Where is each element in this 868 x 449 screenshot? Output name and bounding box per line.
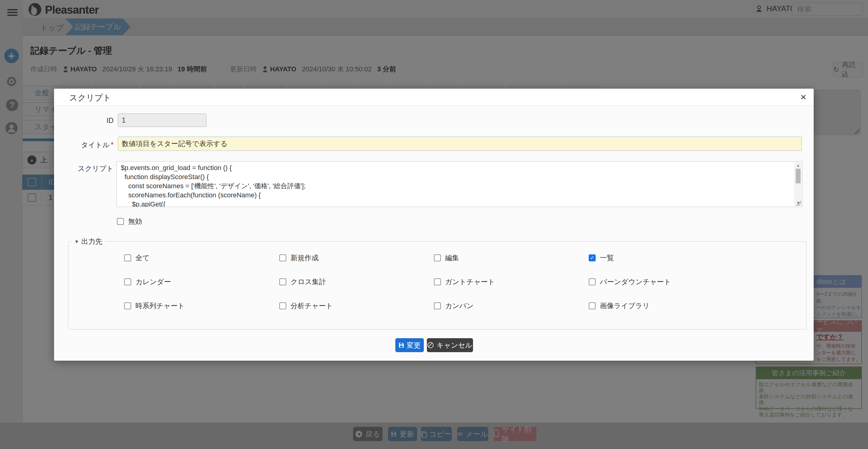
ban-icon	[428, 342, 434, 348]
close-icon[interactable]: ×	[800, 91, 806, 103]
floppy-icon	[399, 343, 404, 348]
checkbox[interactable]	[434, 254, 441, 261]
scrollbar[interactable]: ▲ ▼	[795, 162, 802, 206]
checkbox[interactable]	[589, 302, 596, 309]
script-textarea[interactable]: $p.events.on_grid_load = function () { f…	[116, 161, 802, 207]
checkbox[interactable]	[124, 302, 131, 309]
output-legend[interactable]: ▼ 出力先	[71, 237, 105, 246]
checkbox[interactable]	[124, 254, 131, 261]
checkbox[interactable]	[279, 278, 286, 285]
checkbox[interactable]	[279, 302, 286, 309]
output-option-7[interactable]: バーンダウンチャート	[589, 277, 771, 286]
output-options-grid: 全て 新規作成 編集 一覧 カレンダー クロス集計 ガントチャート バーンダウン…	[124, 253, 771, 310]
script-code: $p.events.on_grid_load = function () { f…	[121, 163, 793, 207]
output-fieldset: ▼ 出力先 全て 新規作成 編集 一覧 カレンダー クロス集計 ガントチャート …	[68, 242, 806, 329]
checkbox[interactable]	[589, 278, 596, 285]
output-option-11[interactable]: 画像ライブラリ	[589, 301, 771, 310]
output-option-5[interactable]: クロス集計	[279, 277, 434, 286]
checkbox[interactable]	[279, 254, 286, 261]
output-option-4[interactable]: カレンダー	[124, 277, 279, 286]
save-button[interactable]: 変更	[395, 338, 424, 352]
output-option-10[interactable]: カンバン	[434, 301, 589, 310]
script-dialog: スクリプト × ID 1 タイトル* 数値項目をスター記号で表示する スクリプト…	[54, 89, 814, 361]
checkbox[interactable]	[589, 254, 596, 261]
disabled-label: 無効	[128, 217, 142, 226]
required-mark: *	[111, 141, 114, 149]
output-option-2[interactable]: 編集	[434, 253, 589, 262]
title-label: タイトル*	[62, 140, 114, 150]
dialog-title: スクリプト	[69, 92, 111, 103]
output-option-8[interactable]: 時系列チャート	[124, 301, 279, 310]
cancel-button[interactable]: キャンセル	[427, 338, 473, 352]
disabled-option[interactable]: 無効	[117, 217, 142, 226]
script-label: スクリプト	[62, 164, 114, 173]
output-option-6[interactable]: ガントチャート	[434, 277, 589, 286]
checkbox[interactable]	[117, 218, 124, 225]
id-field: 1	[118, 114, 207, 127]
collapse-icon[interactable]: ▼	[74, 239, 79, 244]
checkbox[interactable]	[434, 302, 441, 309]
output-option-0[interactable]: 全て	[124, 253, 279, 262]
scroll-thumb[interactable]	[796, 169, 801, 183]
dialog-title-bar: スクリプト ×	[54, 89, 814, 106]
dialog-buttons: 変更 キャンセル	[54, 338, 814, 352]
id-label: ID	[62, 117, 114, 125]
resize-grip-icon[interactable]	[796, 201, 801, 206]
output-option-3[interactable]: 一覧	[589, 253, 771, 262]
checkbox[interactable]	[434, 278, 441, 285]
title-field[interactable]: 数値項目をスター記号で表示する	[118, 137, 802, 151]
checkbox[interactable]	[124, 278, 131, 285]
output-option-9[interactable]: 分析チャート	[279, 301, 434, 310]
output-option-1[interactable]: 新規作成	[279, 253, 434, 262]
scroll-up-icon[interactable]: ▲	[795, 163, 802, 168]
